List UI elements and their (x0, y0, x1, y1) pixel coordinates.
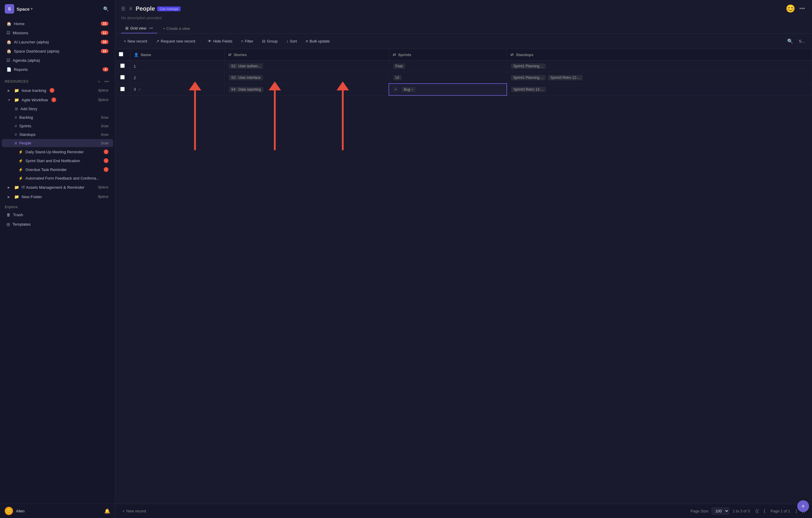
group-button[interactable]: ⊟ Group (258, 37, 281, 45)
home-icon: 🏠 (6, 21, 11, 26)
row-standups-cell[interactable]: Sprint1 Planning ... Sprint3 Retro 12-..… (507, 72, 812, 84)
sort-button[interactable]: ↕ Sort (283, 37, 300, 45)
row-name-cell[interactable]: 1 (130, 61, 225, 72)
create-view-button[interactable]: + Create a view (159, 24, 194, 33)
sidebar-item-standups[interactable]: # Standups 3row (2, 130, 113, 139)
row-checkbox[interactable] (120, 87, 125, 91)
prev-page-button[interactable]: ⟨ (762, 507, 767, 515)
folder-agile-workflow[interactable]: ▼ 📁 Agile Workflow ! 9piece (2, 95, 113, 104)
story-tag[interactable]: S2 : User authen... (229, 63, 263, 69)
main-content: ☰ # People Can manage 😊 ••• No descripti… (115, 0, 812, 518)
story-tag[interactable]: S3 : User interface (229, 75, 263, 80)
sidebar-item-missions[interactable]: ☑ Missions 11 (2, 28, 113, 37)
resources-more-button[interactable]: ••• (103, 78, 110, 85)
footer-new-record-button[interactable]: + New record (120, 508, 148, 514)
sprint-tag[interactable]: UI (393, 75, 402, 80)
notification-bell-button[interactable]: 🔔 (104, 508, 110, 514)
sidebar-item-reports[interactable]: 📄 Reports 4 (2, 65, 113, 74)
folder-collapse-icon: ▶ (8, 186, 12, 189)
sprint-tag[interactable]: Feat (393, 63, 405, 69)
folder-new-folder[interactable]: ▶ 📁 New Folder 8piece (2, 192, 113, 201)
standup-tag[interactable]: Sprint3 Retro 12-... (511, 87, 546, 92)
folder-issue-tracking[interactable]: ▶ 📁 Issue tracking ! 4piece (2, 86, 113, 95)
sidebar-item-backlog[interactable]: # Backlog 3row (2, 113, 113, 121)
table-more-button[interactable]: S... (796, 37, 807, 45)
sidebar-navigation: 🏠 Home 15 ☑ Missions 11 🏠 AI Launcher (a… (0, 18, 115, 75)
row-sprints-cell[interactable]: UI (389, 72, 507, 84)
row-stories-cell[interactable]: S2 : User authen... (225, 61, 389, 72)
row-sprints-cell[interactable]: Feat (389, 61, 507, 72)
stories-col-icon: ⇄ (228, 53, 231, 57)
sidebar-search-button[interactable]: 🔍 (102, 5, 110, 13)
sidebar-item-people[interactable]: # People 3row (2, 139, 113, 147)
automation-form-feedback[interactable]: ⚡ Automated Form Feedback and Confirma..… (2, 174, 113, 182)
select-all-checkbox[interactable] (119, 52, 123, 56)
filter-button[interactable]: ▿ Filter (237, 37, 257, 45)
standup-tag[interactable]: Sprint3 Retro 12-... (548, 75, 582, 80)
row-checkbox[interactable] (120, 63, 125, 68)
hide-fields-button[interactable]: 👁 Hide Fields (204, 37, 236, 45)
automation-overdue-task[interactable]: ⚡ Overdue Task Reminder ! (2, 165, 113, 174)
row-checkbox-cell (115, 72, 130, 84)
row-checkbox[interactable] (120, 75, 125, 80)
bulk-update-button[interactable]: ≡ Bulk update (302, 37, 334, 45)
request-new-record-button[interactable]: ↗ Request new record (152, 37, 199, 45)
row-sprints-cell[interactable]: + Bug × (389, 84, 507, 95)
sidebar-item-sprints[interactable]: # Sprints 3row (2, 122, 113, 130)
floating-action-button[interactable]: + (797, 500, 809, 512)
th-sprints[interactable]: ⇄ Sprints (389, 49, 507, 61)
automation-badge: ! (104, 158, 109, 163)
story-tag[interactable]: S4 : Data reporting (229, 87, 263, 92)
automation-sprint-notification[interactable]: ⚡ Sprint Start and End Notification ! (2, 156, 113, 165)
sidebar-item-templates[interactable]: ◎ Templates (2, 220, 113, 228)
row-name-cell[interactable]: 2 (130, 72, 225, 84)
resources-add-button[interactable]: + (96, 78, 102, 85)
tab-grid-view[interactable]: ⊞ Grid view ••• (121, 24, 157, 33)
sidebar-item-home[interactable]: 🏠 Home 15 (2, 19, 113, 28)
new-record-icon: + (124, 39, 126, 43)
explore-section-header: Explore (0, 202, 115, 210)
sidebar-toggle-button[interactable]: ☰ (121, 6, 125, 11)
resources-section-header: Resources + ••• (0, 75, 115, 86)
row-stories-cell[interactable]: S4 : Data reporting (225, 84, 389, 95)
automation-daily-standup[interactable]: ⚡ Daily Stand-Up Meeting Reminder ! (2, 148, 113, 156)
row-name-cell[interactable]: 3 ⤢ (130, 84, 225, 95)
standup-tag[interactable]: Sprint1 Planning ... (511, 63, 546, 69)
row-expand-button[interactable]: ⤢ (137, 87, 142, 92)
row-stories-cell[interactable]: S3 : User interface (225, 72, 389, 84)
folder-icon: 📁 (14, 97, 19, 102)
sidebar-item-space-dashboard[interactable]: 🏠 Space Dashboard (alpha) 15 (2, 47, 113, 56)
space-name[interactable]: Space ▾ (17, 6, 32, 11)
standup-tag[interactable]: Sprint1 Planning ... (511, 75, 546, 80)
automation-icon: ⚡ (18, 150, 23, 154)
ai-launcher-icon: 🏠 (6, 39, 11, 44)
folder-expand-icon: ▼ (8, 98, 12, 101)
tag-close-button[interactable]: × (411, 88, 413, 91)
new-record-button[interactable]: + New record (120, 37, 151, 45)
cell-add-button[interactable]: + (393, 86, 399, 92)
sprint-tag[interactable]: Bug × (402, 87, 415, 92)
sidebar-item-trash[interactable]: 🗑 Trash (2, 211, 113, 219)
arrows-overlay (115, 49, 812, 504)
sidebar-item-ai-launcher[interactable]: 🏠 AI Launcher (alpha) 15 (2, 37, 113, 47)
th-name[interactable]: 👤 Name (130, 49, 225, 61)
folder-it-assets[interactable]: ▶ 📁 IT Assets Management & Reminder 5pie… (2, 183, 113, 192)
automation-icon: ⚡ (18, 159, 23, 163)
th-stories[interactable]: ⇄ Stories (225, 49, 389, 61)
first-page-button[interactable]: ⟨⟨ (753, 507, 761, 515)
th-standups[interactable]: ⇄ Standups (507, 49, 812, 61)
page-description: No description provided (121, 16, 806, 20)
sidebar-item-add-story[interactable]: ⊞ Add Story (2, 105, 113, 113)
header-more-button[interactable]: ••• (798, 4, 806, 13)
row-standups-cell[interactable]: Sprint1 Planning ... (507, 61, 812, 72)
table-search-button[interactable]: 🔍 (785, 37, 795, 46)
user-name: Allen (16, 509, 25, 513)
row-standups-cell[interactable]: Sprint3 Retro 12-... (507, 84, 812, 95)
page-size-select[interactable]: 100 10 25 50 250 (712, 507, 729, 515)
eye-icon: 👁 (208, 39, 211, 43)
sidebar-user: 😊 Allen 🔔 (0, 504, 115, 518)
sidebar-item-agenda[interactable]: ☑ Agenda (alpha) (2, 56, 113, 65)
records-info: 1 to 3 of 3 (733, 509, 750, 513)
table-footer: + New record Page Size: 100 10 25 50 250… (115, 504, 812, 518)
sidebar: S Space ▾ 🔍 🏠 Home 15 ☑ Missions 11 🏠 AI… (0, 0, 115, 518)
